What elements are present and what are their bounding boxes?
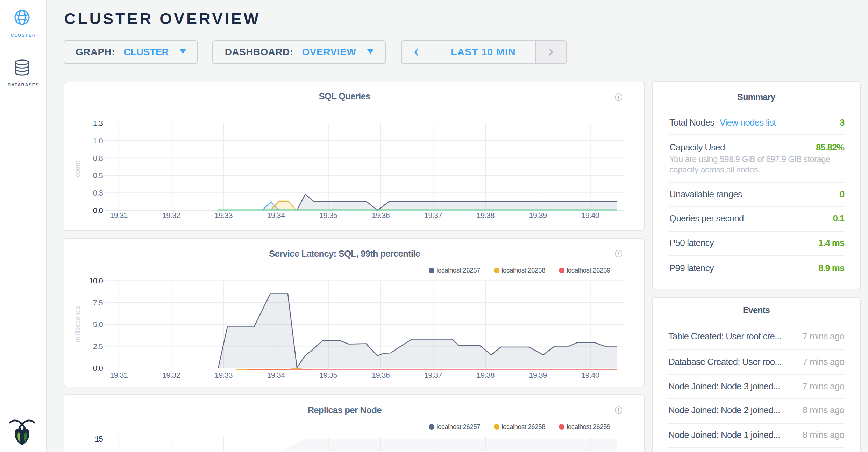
svg-text:19:38: 19:38: [477, 371, 495, 380]
svg-text:0.3: 0.3: [93, 189, 103, 197]
svg-text:19:38: 19:38: [477, 211, 495, 220]
svg-text:10.0: 10.0: [89, 276, 103, 285]
svg-text:19:37: 19:37: [424, 371, 442, 380]
svg-text:7.5: 7.5: [93, 298, 103, 307]
svg-text:19:39: 19:39: [529, 371, 547, 380]
svg-text:5.0: 5.0: [93, 320, 103, 329]
svg-text:0.8: 0.8: [93, 154, 103, 163]
svg-text:19:31: 19:31: [110, 371, 128, 380]
svg-text:19:32: 19:32: [162, 371, 180, 380]
svg-text:19:40: 19:40: [581, 371, 599, 380]
svg-text:19:40: 19:40: [581, 211, 599, 220]
svg-text:1.0: 1.0: [93, 136, 103, 145]
svg-text:10: 10: [95, 450, 103, 451]
svg-text:19:36: 19:36: [372, 211, 390, 220]
svg-text:1.3: 1.3: [93, 119, 103, 128]
svg-text:15: 15: [95, 435, 103, 443]
svg-text:19:33: 19:33: [215, 371, 233, 380]
svg-text:19:36: 19:36: [372, 371, 390, 380]
svg-text:19:35: 19:35: [319, 211, 337, 220]
svg-text:19:33: 19:33: [215, 211, 233, 220]
svg-text:count: count: [74, 161, 81, 177]
svg-text:2.5: 2.5: [93, 342, 103, 351]
svg-text:19:39: 19:39: [529, 211, 547, 220]
svg-text:0.5: 0.5: [93, 171, 103, 180]
svg-text:0.0: 0.0: [93, 206, 103, 215]
svg-text:19:31: 19:31: [110, 211, 128, 220]
svg-text:0.0: 0.0: [93, 364, 103, 373]
svg-text:19:32: 19:32: [162, 211, 180, 220]
svg-text:19:34: 19:34: [267, 371, 285, 380]
svg-text:milliseconds: milliseconds: [74, 306, 81, 342]
svg-text:19:35: 19:35: [319, 371, 337, 380]
svg-text:19:37: 19:37: [424, 211, 442, 220]
svg-text:19:34: 19:34: [267, 211, 285, 220]
